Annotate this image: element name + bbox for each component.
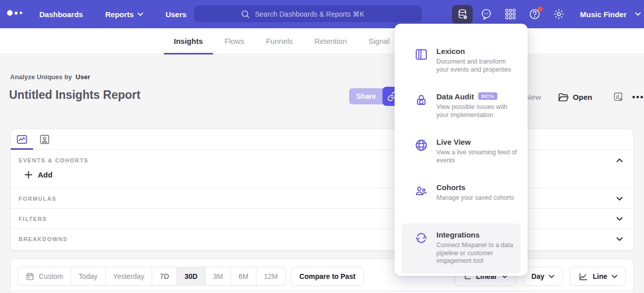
chevron-up-icon [616, 158, 623, 162]
formulas-section-row[interactable]: FORMULAS [11, 188, 633, 208]
chart-mode-icon [16, 134, 28, 145]
query-builder-card: EVENTS & COHORTS Add FORMULAS FILTERS BR… [10, 129, 634, 251]
share-button[interactable]: Share [349, 88, 383, 104]
open-label: Open [573, 93, 592, 101]
filters-section-row[interactable]: FILTERS [11, 208, 633, 228]
collapse-section-button[interactable] [614, 156, 624, 164]
menu-item-live-view[interactable]: Live View View a live streaming feed of … [395, 133, 528, 178]
tab-events-mode[interactable] [11, 129, 33, 149]
nav-users[interactable]: Users [165, 10, 186, 19]
plus-icon [25, 171, 32, 179]
formulas-label: FORMULAS [19, 196, 56, 202]
new-report-button[interactable]: New [526, 93, 541, 101]
range-yesterday[interactable]: Yesterday [105, 267, 152, 285]
top-navigation-bar: Dashboards Reports Users [0, 0, 644, 28]
beta-badge: BETA [478, 92, 497, 100]
chart-controls-card: Custom Today Yesterday 7D 30D 3M 6M 12M … [10, 259, 634, 293]
nav-dashboards[interactable]: Dashboards [39, 10, 83, 19]
analyze-prefix: Analyze Uniques by [10, 73, 72, 81]
page-title[interactable]: Untitled Insights Report [9, 88, 141, 102]
menu-item-title: Data AuditBETA [436, 92, 521, 101]
search-input[interactable] [255, 10, 375, 18]
chevron-down-icon [138, 13, 143, 16]
analyze-summary: Analyze Uniques by User [10, 73, 90, 81]
tab-insights[interactable]: Insights [164, 28, 213, 54]
header-actions: New Open [526, 88, 643, 106]
range-today[interactable]: Today [71, 267, 105, 285]
chevron-down-icon [616, 197, 623, 201]
project-name: Music Finder [580, 10, 627, 19]
line-chart-icon [578, 272, 588, 281]
data-management-menu: Lexicon Document and transform your even… [395, 24, 528, 276]
settings-button[interactable] [553, 8, 565, 20]
cohorts-icon [415, 184, 428, 197]
project-selector[interactable]: Music Finder [580, 0, 641, 28]
tab-signal[interactable]: Signal [358, 28, 400, 54]
expand-section-button[interactable] [614, 195, 624, 203]
nav-reports-label: Reports [105, 10, 134, 19]
filters-label: FILTERS [19, 216, 47, 222]
database-gear-icon [457, 9, 468, 20]
interval-label: Day [532, 272, 545, 280]
range-6m[interactable]: 6M [230, 267, 255, 285]
mixpanel-logo-icon[interactable] [7, 10, 22, 16]
nav-dashboards-label: Dashboards [39, 10, 83, 19]
open-report-button[interactable]: Open [558, 92, 592, 102]
range-custom[interactable]: Custom [18, 267, 71, 285]
range-3m[interactable]: 3M [205, 267, 230, 285]
menu-item-integrations[interactable]: Integrations Connect Mixpanel to a data … [402, 223, 521, 274]
nav-users-label: Users [165, 10, 186, 19]
more-options-button[interactable] [632, 96, 643, 98]
user-mode-icon [39, 134, 50, 145]
menu-item-desc: Document and transform your events and p… [436, 58, 513, 74]
add-label: Add [38, 170, 52, 179]
interval-dropdown[interactable]: Day [523, 267, 563, 286]
integrations-icon [415, 231, 428, 245]
menu-item-lexicon[interactable]: Lexicon Document and transform your even… [395, 42, 528, 87]
gear-icon [553, 8, 565, 20]
chevron-down-icon [616, 237, 623, 241]
tab-retention[interactable]: Retention [304, 28, 357, 54]
speech-bubble-icon [480, 8, 492, 20]
grid-apps-icon [504, 8, 517, 20]
lexicon-icon [415, 48, 428, 61]
chart-type-label: Line [593, 272, 607, 280]
range-30d[interactable]: 30D [176, 267, 205, 285]
range-12m[interactable]: 12M [256, 267, 285, 285]
range-7d[interactable]: 7D [152, 267, 176, 285]
expand-section-button[interactable] [614, 215, 624, 223]
primary-nav: Dashboards Reports Users [39, 0, 186, 28]
nav-reports[interactable]: Reports [105, 10, 144, 19]
menu-item-title: Integrations [436, 230, 513, 239]
add-event-button[interactable]: Add [25, 170, 52, 179]
analyze-value[interactable]: User [76, 73, 90, 81]
tab-users-mode[interactable] [33, 129, 56, 149]
menu-item-desc: Manage your saved cohorts [436, 194, 514, 202]
tab-funnels[interactable]: Funnels [256, 28, 303, 54]
events-cohorts-label: EVENTS & COHORTS [19, 157, 89, 163]
help-button[interactable] [529, 8, 541, 20]
compare-to-past-button[interactable]: Compare to Past [291, 267, 364, 286]
menu-item-cohorts[interactable]: Cohorts Manage your saved cohorts [395, 178, 528, 223]
global-search[interactable] [194, 6, 422, 22]
data-management-button[interactable] [452, 5, 473, 24]
calendar-icon [26, 272, 34, 281]
events-cohorts-section: EVENTS & COHORTS Add [11, 150, 633, 188]
report-tab-bar: Insights Flows Funnels Retention Signal … [0, 28, 644, 54]
menu-item-data-audit[interactable]: Data AuditBETA View possible issues with… [395, 87, 528, 133]
tab-flows[interactable]: Flows [215, 28, 254, 54]
menu-item-desc: View possible issues with your implement… [436, 103, 521, 119]
chart-type-dropdown[interactable]: Line [570, 267, 626, 286]
menu-item-title: Live View [436, 138, 521, 146]
search-icon [241, 10, 250, 19]
add-to-board-button[interactable] [613, 92, 624, 102]
breakdowns-section-row[interactable]: BREAKDOWNS [11, 228, 633, 249]
range-custom-label: Custom [39, 272, 63, 280]
apps-button[interactable] [504, 8, 517, 20]
folder-open-icon [558, 92, 568, 102]
feedback-button[interactable] [480, 8, 492, 20]
chevron-down-icon [612, 275, 617, 278]
menu-item-desc: Connect Mixpanel to a data pipeline or c… [436, 242, 513, 265]
board-add-icon [613, 92, 624, 102]
expand-section-button[interactable] [614, 235, 624, 243]
